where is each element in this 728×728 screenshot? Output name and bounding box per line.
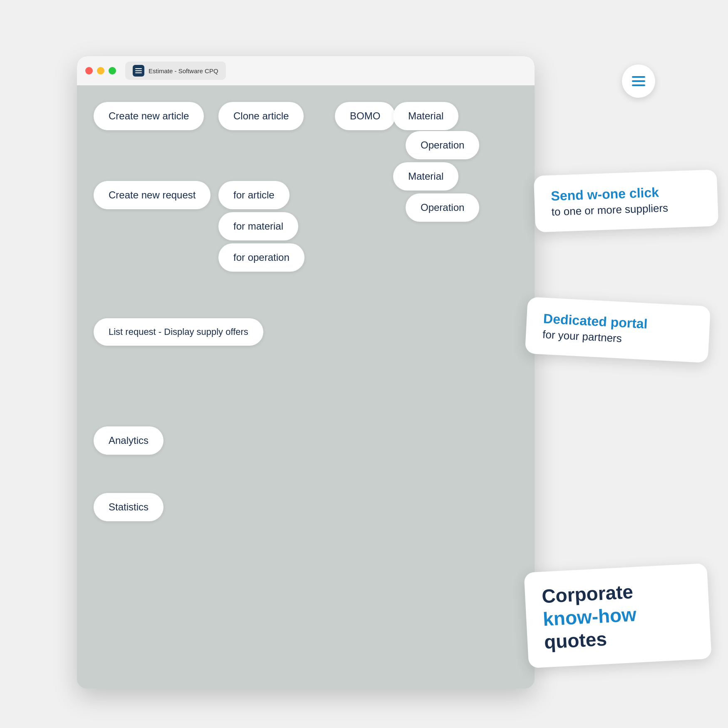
- menu-button[interactable]: [622, 64, 655, 98]
- browser-titlebar: Estimate - Software CPQ: [77, 56, 535, 85]
- tab-icon-line: [135, 72, 142, 73]
- menu-line-1: [632, 76, 645, 78]
- for-operation-button[interactable]: for operation: [218, 243, 305, 272]
- maximize-button[interactable]: [109, 67, 116, 74]
- browser-window: Estimate - Software CPQ Create new artic…: [77, 56, 535, 688]
- operation-button-1[interactable]: Operation: [406, 131, 479, 159]
- browser-tab[interactable]: Estimate - Software CPQ: [125, 62, 226, 80]
- create-article-button[interactable]: Create new article: [94, 102, 204, 130]
- close-button[interactable]: [85, 67, 93, 74]
- tab-icon: [133, 65, 144, 77]
- traffic-lights: [85, 67, 116, 74]
- for-material-button[interactable]: for material: [218, 212, 298, 240]
- portal-feature-card: Dedicated portal for your partners: [525, 297, 711, 363]
- corporate-know-how: know-how: [542, 604, 637, 630]
- browser-content: Create new article Clone article BOMO Ma…: [77, 85, 535, 688]
- for-article-button[interactable]: for article: [218, 181, 290, 209]
- create-request-button[interactable]: Create new request: [94, 181, 210, 209]
- corporate-feature-card: Corporate know-how quotes: [524, 563, 711, 668]
- bomo-button[interactable]: BOMO: [335, 102, 395, 130]
- corporate-line2: know-how quotes: [542, 600, 694, 654]
- list-request-button[interactable]: List request - Display supply offers: [94, 318, 263, 346]
- tab-icon-line: [135, 68, 142, 69]
- menu-line-3: [632, 84, 645, 86]
- menu-line-2: [632, 80, 645, 82]
- tab-icon-lines: [135, 68, 142, 73]
- operation-button-2[interactable]: Operation: [406, 193, 479, 222]
- material-button-2[interactable]: Material: [393, 162, 458, 191]
- tab-title: Estimate - Software CPQ: [149, 67, 218, 74]
- material-button-1[interactable]: Material: [393, 102, 458, 130]
- statistics-button[interactable]: Statistics: [94, 493, 163, 521]
- analytics-button[interactable]: Analytics: [94, 426, 163, 455]
- send-feature-card: Send w-one click to one or more supplier…: [534, 169, 718, 232]
- minimize-button[interactable]: [97, 67, 104, 74]
- tab-icon-line: [135, 70, 142, 71]
- scene: Estimate - Software CPQ Create new artic…: [52, 31, 676, 697]
- corporate-quotes: quotes: [544, 628, 607, 653]
- clone-article-button[interactable]: Clone article: [218, 102, 304, 130]
